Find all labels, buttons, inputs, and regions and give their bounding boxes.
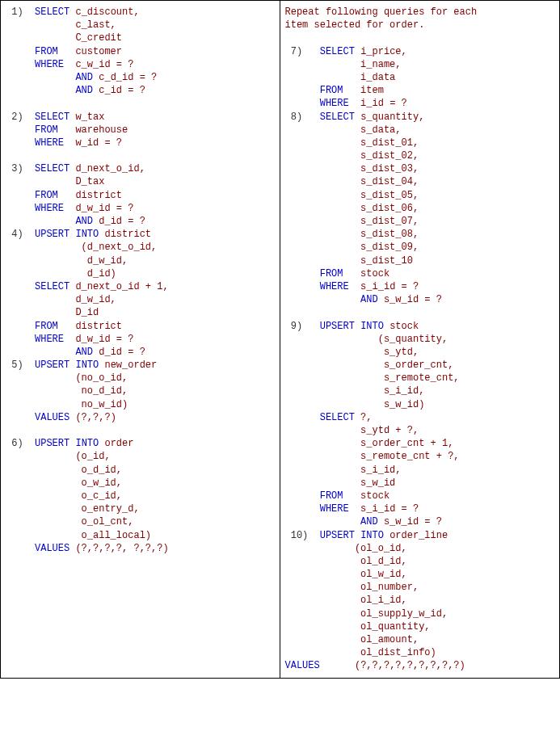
q9-c1: (s_quantity, [285, 334, 448, 345]
q8-cond2: s_w_id = ? [378, 294, 442, 305]
q8-table: stock [343, 268, 390, 280]
q3-select: SELECT [35, 163, 69, 174]
q6-valsv: (?,?,?,?, ?,?,?) [69, 543, 168, 554]
q1-col2: c_last, [6, 19, 116, 31]
q8-num: 8) [285, 111, 320, 123]
q1-col3: C_credit [6, 32, 122, 44]
q10-num: 10) [285, 530, 320, 541]
q8-and: AND [285, 294, 378, 305]
q4-sv: d_next_o_id + 1, [69, 281, 168, 292]
q1-and2: AND [6, 85, 93, 96]
q3-cond2: d_id = ? [93, 216, 145, 227]
q1-cond1: c_w_id = ? [64, 59, 133, 70]
q6-c2: o_d_id, [6, 464, 122, 476]
q2-select: SELECT [35, 111, 69, 123]
q9-select: SELECT [285, 412, 355, 423]
q4-where: WHERE [6, 334, 64, 345]
intro-line2: item selected for order. [285, 19, 425, 31]
q8-c12: s_dist_10 [285, 255, 413, 267]
q4-select: SELECT [6, 281, 69, 292]
q10-c8: ol_amount, [285, 634, 419, 645]
q9-s4: s_remote_cnt + ?, [285, 451, 460, 462]
q7-col2: i_name, [285, 59, 402, 70]
q9-upsert: UPSERT INTO [320, 321, 384, 332]
q9-c5: s_i_id, [285, 385, 425, 397]
q4-table: district [99, 229, 151, 240]
q7-col1: i_price, [355, 46, 407, 57]
q3-table: district [58, 190, 122, 201]
q10-c9: ol_dist_info) [285, 647, 436, 658]
q8-c6: s_dist_04, [285, 176, 419, 187]
q4-from: FROM [6, 321, 58, 332]
q5-c2: no_d_id, [6, 385, 128, 397]
left-column: 1) SELECT c_discount, c_last, C_credit F… [1, 1, 280, 678]
q1-col1: c_discount, [69, 6, 139, 18]
q4-num: 4) [6, 229, 35, 240]
q8-c4: s_dist_02, [285, 150, 419, 162]
q1-select: SELECT [35, 6, 69, 18]
q3-col2: D_tax [6, 176, 104, 187]
q5-valsv: (?,?,?) [69, 412, 116, 423]
q9-c3: s_order_cnt, [285, 359, 454, 371]
q10-values: VALUES [285, 660, 320, 671]
q9-and: AND [285, 516, 378, 528]
q9-s5: s_i_id, [285, 464, 402, 476]
q8-from: FROM [285, 268, 343, 280]
q8-c10: s_dist_08, [285, 229, 419, 240]
q1-where: WHERE [6, 59, 64, 70]
q10-c7: ol_quantity, [285, 621, 431, 633]
q9-whrv: s_i_id = ? [349, 503, 419, 515]
q8-c9: s_dist_07, [285, 216, 419, 227]
q8-c7: s_dist_05, [285, 190, 419, 201]
q2-cond: w_id = ? [64, 137, 122, 149]
q3-num: 3) [6, 163, 35, 174]
q9-c2: s_ytd, [285, 347, 419, 358]
q4-c3: d_id) [6, 268, 116, 280]
q5-c3: no_w_id) [6, 399, 128, 410]
q2-num: 2) [6, 111, 35, 123]
q8-c2: s_data, [285, 124, 402, 136]
q9-sv: ?, [355, 412, 373, 423]
q6-c7: o_all_local) [6, 530, 151, 541]
q1-table: customer [58, 46, 122, 57]
q4-c1: (d_next_o_id, [6, 242, 157, 253]
q3-where: WHERE [6, 203, 64, 214]
q8-col1: s_quantity, [355, 111, 424, 123]
q7-from: FROM [285, 85, 343, 96]
q6-values: VALUES [6, 543, 69, 554]
q10-c4: ol_number, [285, 582, 419, 593]
q5-upsert: UPSERT INTO [35, 359, 99, 371]
q3-from: FROM [6, 190, 58, 201]
q3-col1: d_next_o_id, [69, 163, 145, 174]
q8-where: WHERE [285, 281, 349, 292]
q10-c5: ol_i_id, [285, 595, 407, 606]
q9-c6: s_w_id) [285, 399, 425, 410]
q4-andv: d_id = ? [93, 347, 145, 358]
q1-num: 1) [6, 6, 35, 18]
q9-c4: s_remote_cnt, [285, 372, 460, 384]
q6-num: 6) [6, 438, 35, 449]
q9-s3: s_order_cnt + 1, [285, 438, 454, 449]
q9-andv: s_w_id = ? [378, 516, 442, 528]
right-column: Repeat following queries for each item s… [280, 1, 560, 678]
q4-whrv: d_w_id = ? [64, 334, 133, 345]
q10-upsert: UPSERT INTO [320, 530, 384, 541]
q1-cond3: c_id = ? [93, 85, 145, 96]
q2-from: FROM [6, 124, 58, 136]
q8-c11: s_dist_09, [285, 242, 419, 253]
q7-col3: i_data [285, 72, 396, 83]
q6-c6: o_ol_cnt, [6, 516, 133, 528]
q1-cond2: c_d_id = ? [93, 72, 157, 83]
q9-s6: s_w_id [285, 477, 396, 489]
q6-upsert: UPSERT INTO [35, 438, 99, 449]
q8-c5: s_dist_03, [285, 163, 419, 174]
q8-c8: s_dist_06, [285, 203, 419, 214]
q9-s2: s_ytd + ?, [285, 425, 419, 436]
q7-cond: i_id = ? [349, 98, 407, 109]
sql-table: 1) SELECT c_discount, c_last, C_credit F… [0, 0, 560, 679]
q3-and: AND [6, 216, 93, 227]
q10-c1: (ol_o_id, [285, 543, 407, 554]
q4-frmv: district [58, 321, 122, 332]
q8-c3: s_dist_01, [285, 137, 419, 149]
q7-where: WHERE [285, 98, 349, 109]
